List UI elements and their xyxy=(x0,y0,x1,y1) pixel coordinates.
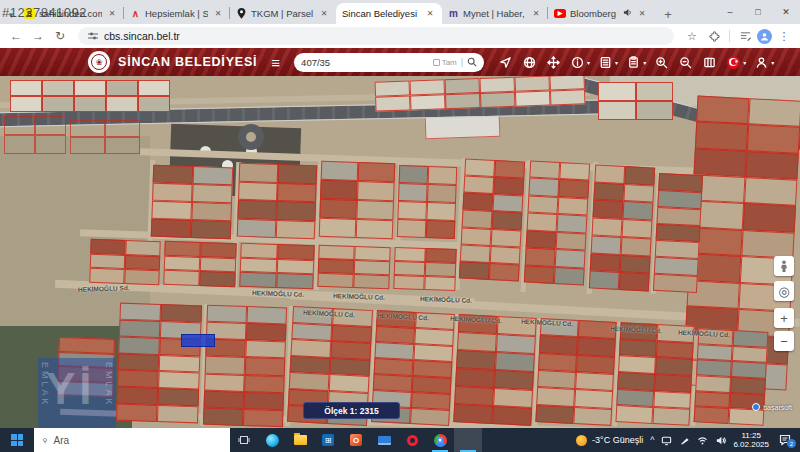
close-icon[interactable]: ✕ xyxy=(106,9,118,18)
hamburger-menu-icon[interactable]: ≡ xyxy=(271,54,280,71)
close-icon[interactable]: ✕ xyxy=(530,9,542,18)
back-button[interactable]: ← xyxy=(6,29,26,43)
layers-list-icon[interactable] xyxy=(594,52,616,72)
chevron-down-icon[interactable]: ▾ xyxy=(643,59,646,66)
taskbar-search-box[interactable]: ⌕ Ara xyxy=(34,428,230,452)
locate-button[interactable]: ◎ xyxy=(774,281,794,301)
chevron-down-icon[interactable]: ▾ xyxy=(587,59,590,66)
site-settings-icon[interactable] xyxy=(88,31,98,41)
action-center-button[interactable]: 2 xyxy=(776,434,794,446)
attribution-globe-icon xyxy=(752,403,760,411)
start-button[interactable] xyxy=(0,428,34,452)
close-icon[interactable]: ✕ xyxy=(318,9,330,18)
task-view-button[interactable] xyxy=(230,428,258,452)
tab-tkgm[interactable]: TKGM | Parsel Sorgu ✕ xyxy=(230,3,336,24)
selected-parcel-highlight[interactable] xyxy=(181,334,215,347)
parcel-cell xyxy=(237,218,277,238)
parcel-cell xyxy=(394,247,425,262)
tab-hepsiemlak[interactable]: ∧ Hepsiemlak | Satılık, ✕ xyxy=(124,3,230,24)
bookmark-star-icon[interactable]: ☆ xyxy=(682,30,702,43)
parcel-block xyxy=(89,239,160,285)
parcel-cell xyxy=(192,184,233,203)
info-icon[interactable] xyxy=(566,52,588,72)
parcel-cell xyxy=(4,135,35,154)
wifi-icon[interactable] xyxy=(697,435,708,446)
close-window-button[interactable]: ✕ xyxy=(772,0,800,24)
parcel-cell xyxy=(205,356,246,375)
tab-mynet[interactable]: m Mynet | Haber, Oyun ✕ xyxy=(442,3,548,24)
url-text: cbs.sincan.bel.tr xyxy=(104,30,180,42)
zoom-out-icon[interactable] xyxy=(674,52,696,72)
close-icon[interactable]: ✕ xyxy=(636,9,648,18)
chevron-down-icon[interactable]: ▾ xyxy=(743,59,746,66)
minimize-button[interactable]: – xyxy=(716,0,744,24)
print-clipboard-icon[interactable] xyxy=(622,52,644,72)
search-icon[interactable] xyxy=(467,53,477,71)
parcel-cell xyxy=(106,96,138,112)
browser-menu-kebab-icon[interactable]: ⋮ xyxy=(774,30,794,43)
pen-tray-icon[interactable] xyxy=(679,435,690,446)
parcel-cell xyxy=(119,303,161,321)
display-tray-icon[interactable] xyxy=(661,435,672,446)
taskbar-app-store[interactable]: ⊞ xyxy=(314,428,342,452)
streetview-pegman-button[interactable] xyxy=(774,256,794,276)
profile-avatar[interactable] xyxy=(757,29,772,44)
parcel-cell xyxy=(445,93,481,109)
taskbar-app-chrome[interactable] xyxy=(426,428,454,452)
globe-icon[interactable] xyxy=(518,52,540,72)
zoom-in-icon[interactable] xyxy=(650,52,672,72)
maximize-button[interactable]: □ xyxy=(744,0,772,24)
zoom-out-button[interactable]: − xyxy=(774,331,794,351)
chevron-down-icon[interactable]: ▾ xyxy=(771,59,774,66)
turkish-flag-icon[interactable]: ★ xyxy=(722,52,744,72)
taskbar-app-opera[interactable] xyxy=(398,428,426,452)
tab-bloomberg[interactable]: ▶ Bloomberg HT C ✕ xyxy=(548,3,654,24)
parcel-cell xyxy=(457,332,497,352)
parcel-cell xyxy=(354,246,390,261)
parcel-cell xyxy=(616,389,654,408)
parcel-block xyxy=(653,173,703,293)
checkbox-icon[interactable] xyxy=(433,59,440,66)
taskbar-app-pc[interactable] xyxy=(370,428,398,452)
sun-icon xyxy=(576,435,587,446)
parcel-search-box[interactable]: Tam | xyxy=(294,53,484,72)
weather-widget[interactable]: -3°C Güneşli xyxy=(576,435,643,446)
parcel-search-input[interactable] xyxy=(301,57,429,68)
close-icon[interactable]: ✕ xyxy=(424,9,436,18)
parcel-cell xyxy=(394,261,425,276)
new-tab-button[interactable]: + xyxy=(658,4,678,24)
tab-sincan-belediyesi-active[interactable]: Sincan Belediyesi - K ✕ xyxy=(336,3,442,24)
parcel-cell xyxy=(163,270,199,286)
chevron-down-icon[interactable]: ▾ xyxy=(615,59,618,66)
parcel-cell xyxy=(575,372,614,391)
user-icon[interactable] xyxy=(750,52,772,72)
zoom-in-button[interactable]: + xyxy=(774,308,794,328)
taskbar-app-office[interactable]: O xyxy=(342,428,370,452)
basemap-icon[interactable] xyxy=(698,52,720,72)
close-icon[interactable]: ✕ xyxy=(212,9,224,18)
pan-move-icon[interactable] xyxy=(542,52,564,72)
taskbar-app-explorer[interactable] xyxy=(286,428,314,452)
parcel-cell xyxy=(456,350,496,370)
parcel-cell xyxy=(356,200,394,220)
tray-expand-caret-icon[interactable]: ^ xyxy=(650,435,654,445)
navigate-arrow-icon[interactable] xyxy=(494,52,516,72)
forward-button[interactable]: → xyxy=(28,29,48,43)
map-canvas[interactable]: HEKİMOĞLU Sd.HEKİMOĞLU Cd.HEKİMOĞLU Cd.H… xyxy=(0,76,800,428)
exact-match-checkbox[interactable]: Tam xyxy=(433,58,457,67)
taskbar-app-pinned[interactable] xyxy=(454,428,482,452)
taskbar-app-edge[interactable] xyxy=(258,428,286,452)
parcel-cell xyxy=(89,268,124,284)
side-panel-icon[interactable] xyxy=(735,31,755,42)
extensions-puzzle-icon[interactable] xyxy=(704,31,724,42)
volume-icon[interactable] xyxy=(715,435,726,446)
taskbar-clock[interactable]: 11:25 6.02.2025 xyxy=(733,431,769,449)
reload-button[interactable]: ↻ xyxy=(50,29,70,43)
address-bar[interactable]: cbs.sincan.bel.tr xyxy=(78,27,674,45)
parcel-cell xyxy=(653,391,691,410)
tab-label: Bloomberg HT C xyxy=(570,8,619,19)
parcel-cell xyxy=(239,272,276,288)
parcel-cell xyxy=(559,162,590,181)
tab-audio-icon[interactable] xyxy=(623,8,632,19)
parcel-cell xyxy=(117,370,159,388)
